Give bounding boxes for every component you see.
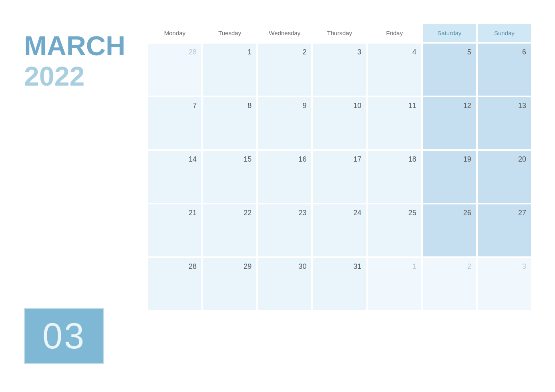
day-cell[interactable]: 28 <box>148 44 201 96</box>
day-number: 2 <box>302 48 306 56</box>
day-number: 20 <box>518 156 526 163</box>
day-cell[interactable]: 3 <box>313 44 366 96</box>
day-number: 18 <box>408 156 416 163</box>
day-number: 17 <box>354 156 362 163</box>
day-cell[interactable]: 6 <box>478 44 531 96</box>
day-number: 12 <box>463 102 471 109</box>
day-cell[interactable]: 4 <box>368 44 421 96</box>
day-number: 19 <box>463 156 471 163</box>
calendar-page: MARCH 2022 03 MondayTuesdayWednesdayThur… <box>0 0 555 392</box>
day-number: 6 <box>522 48 526 56</box>
day-cell[interactable]: 28 <box>148 258 201 310</box>
day-number: 26 <box>463 209 471 216</box>
day-cell[interactable]: 9 <box>258 97 311 149</box>
day-number: 28 <box>189 48 197 56</box>
day-number: 11 <box>408 102 416 109</box>
calendar-grid: MondayTuesdayWednesdayThursdayFridaySatu… <box>148 24 531 310</box>
day-number: 5 <box>467 48 471 56</box>
day-cell[interactable]: 1 <box>368 258 421 310</box>
weekday-header: Saturday <box>423 24 476 42</box>
day-cell[interactable]: 26 <box>423 204 476 256</box>
day-number: 1 <box>247 48 251 56</box>
weekday-header: Sunday <box>478 24 531 42</box>
day-number: 13 <box>518 102 526 109</box>
day-cell[interactable]: 16 <box>258 151 311 203</box>
day-number: 15 <box>243 156 251 163</box>
day-number: 29 <box>243 263 251 270</box>
day-cell[interactable]: 13 <box>478 97 531 149</box>
day-number: 23 <box>298 209 306 216</box>
day-cell[interactable]: 12 <box>423 97 476 149</box>
day-number: 24 <box>354 209 362 216</box>
weekday-header: Wednesday <box>258 24 311 42</box>
day-number: 4 <box>412 48 416 56</box>
day-cell[interactable]: 11 <box>368 97 421 149</box>
day-cell[interactable]: 5 <box>423 44 476 96</box>
day-number: 9 <box>302 102 306 109</box>
day-number: 28 <box>189 263 197 270</box>
weekday-header: Thursday <box>313 24 366 42</box>
day-cell[interactable]: 29 <box>203 258 256 310</box>
day-cell[interactable]: 2 <box>423 258 476 310</box>
day-cell[interactable]: 21 <box>148 204 201 256</box>
weekday-header: Friday <box>368 24 421 42</box>
day-number: 14 <box>189 156 197 163</box>
month-title: MARCH <box>24 32 140 59</box>
day-number: 10 <box>354 102 362 109</box>
day-number: 21 <box>189 209 197 216</box>
day-number: 30 <box>298 263 306 270</box>
day-cell[interactable]: 1 <box>203 44 256 96</box>
day-number: 8 <box>247 102 251 109</box>
day-number: 3 <box>522 263 526 270</box>
day-number: 25 <box>408 209 416 216</box>
day-number: 2 <box>467 263 471 270</box>
month-number-box: 03 <box>24 308 104 364</box>
day-cell[interactable]: 2 <box>258 44 311 96</box>
day-number: 7 <box>193 102 197 109</box>
day-cell[interactable]: 18 <box>368 151 421 203</box>
day-cell[interactable]: 3 <box>478 258 531 310</box>
day-number: 27 <box>518 209 526 216</box>
day-cell[interactable]: 17 <box>313 151 366 203</box>
day-number: 31 <box>354 263 362 270</box>
day-cell[interactable]: 22 <box>203 204 256 256</box>
day-cell[interactable]: 24 <box>313 204 366 256</box>
day-cell[interactable]: 23 <box>258 204 311 256</box>
day-cell[interactable]: 27 <box>478 204 531 256</box>
day-cell[interactable]: 14 <box>148 151 201 203</box>
day-cell[interactable]: 10 <box>313 97 366 149</box>
calendar-area: MondayTuesdayWednesdayThursdayFridaySatu… <box>148 24 531 310</box>
day-cell[interactable]: 25 <box>368 204 421 256</box>
day-cell[interactable]: 30 <box>258 258 311 310</box>
weekday-header: Monday <box>148 24 201 42</box>
weekday-header: Tuesday <box>203 24 256 42</box>
day-cell[interactable]: 31 <box>313 258 366 310</box>
month-number: 03 <box>24 308 104 364</box>
day-cell[interactable]: 19 <box>423 151 476 203</box>
day-number: 22 <box>243 209 251 216</box>
day-number: 1 <box>412 263 416 270</box>
day-cell[interactable]: 8 <box>203 97 256 149</box>
day-cell[interactable]: 7 <box>148 97 201 149</box>
day-cell[interactable]: 20 <box>478 151 531 203</box>
day-number: 16 <box>298 156 306 163</box>
day-cell[interactable]: 15 <box>203 151 256 203</box>
year-title: 2022 <box>24 62 140 90</box>
day-number: 3 <box>358 48 362 56</box>
left-panel: MARCH 2022 03 <box>24 24 148 368</box>
